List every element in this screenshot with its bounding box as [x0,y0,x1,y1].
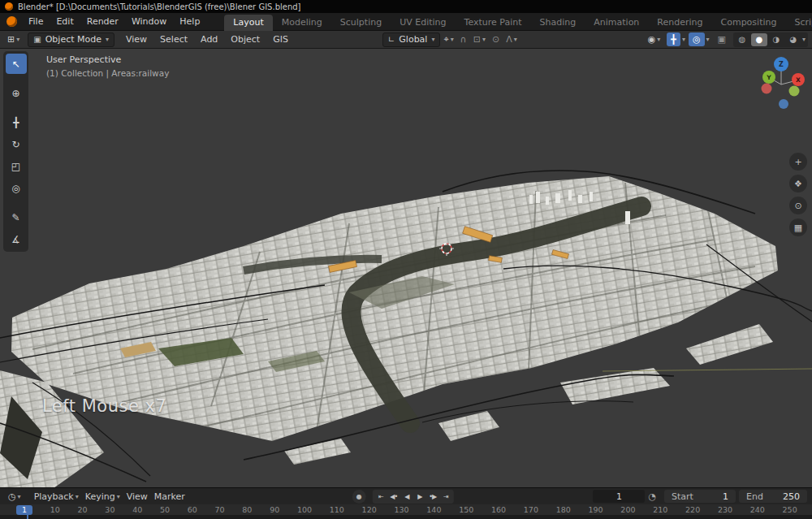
shading-solid-button[interactable]: ● [751,33,767,46]
timeline-marker-menu[interactable]: Marker [151,490,188,504]
prev-keyframe-button[interactable]: ◀• [387,491,400,503]
rotate-tool[interactable]: ↻ [6,134,27,154]
shading-material-button[interactable]: ◑ [768,33,784,46]
keying-menu[interactable]: Keying ▾ [82,490,123,504]
frame-tick[interactable]: 170 [524,505,538,515]
frame-tick[interactable]: 240 [750,505,765,515]
viewport-menu-item[interactable]: Object [224,32,266,46]
shading-rendered-button[interactable]: ◕ [785,33,801,46]
orientation-selector[interactable]: ∟ Global ▾ [382,32,441,47]
auto-keying-toggle[interactable]: ● [352,490,366,504]
play-reverse-button[interactable]: ◀ [400,491,413,503]
tab-shading[interactable]: Shading [531,15,585,31]
frame-tick[interactable]: 20 [78,505,88,515]
proportional-editing-toggle[interactable]: ⊙ [489,32,503,46]
frame-tick[interactable]: 200 [620,505,635,515]
tab-compositing[interactable]: Compositing [712,15,786,31]
frame-tick[interactable]: 210 [653,505,667,515]
viewport-3d[interactable]: User Perspective (1) Collection | Areas:… [0,49,812,487]
frame-tick[interactable]: 10 [50,505,60,515]
gizmo-x-neg-axis[interactable] [762,84,772,94]
frame-tick[interactable]: 140 [426,505,441,515]
menu-item[interactable]: File [22,15,50,28]
viewport-menu-item[interactable]: Select [153,32,194,46]
overlays-dropdown[interactable]: ▾ [706,36,710,43]
tab-uv-editing[interactable]: UV Editing [391,15,455,31]
tab-scripting[interactable]: Scripting [785,15,812,31]
pivot-point-button[interactable]: ⌖ ▾ [440,32,456,46]
mode-selector[interactable]: ▣ Object Mode ▾ [28,32,114,47]
frame-tick[interactable]: 50 [160,505,170,515]
gizmos-dropdown[interactable]: ▾ [682,36,685,43]
xray-toggle[interactable]: ▣ [715,32,729,46]
frame-tick[interactable]: 190 [589,505,603,515]
camera-view-button[interactable]: ⊙ [789,197,807,214]
cursor-tool[interactable]: ⊕ [6,83,27,103]
shading-dropdown[interactable]: ▾ [802,36,806,43]
show-object-types-button[interactable]: ◉ ▾ [645,32,664,46]
gizmos-toggle[interactable]: ╋ [667,32,680,46]
next-keyframe-button[interactable]: •▶ [426,491,439,503]
frame-tick[interactable]: 60 [188,505,197,515]
frame-tick[interactable]: 70 [215,505,225,515]
tab-texture-paint[interactable]: Texture Paint [456,15,531,31]
ortho-toggle-button[interactable]: ▦ [789,218,807,236]
play-button[interactable]: ▶ [413,491,426,503]
editor-type-button[interactable]: ⊞ ▾ [4,32,23,46]
blender-menu-icon[interactable] [6,16,17,27]
frame-tick[interactable]: 120 [362,505,377,515]
frame-tick[interactable]: 220 [685,505,700,515]
playback-menu[interactable]: Playback ▾ [31,490,82,504]
tab-modeling[interactable]: Modeling [273,15,331,31]
transform-tool[interactable]: ◎ [6,178,27,198]
frame-tick[interactable]: 30 [105,505,114,515]
jump-to-end-button[interactable]: ⇥ [439,491,452,503]
frame-tick[interactable]: 80 [242,505,252,515]
falloff-button[interactable]: Λ ▾ [503,32,520,46]
overlays-toggle[interactable]: ◎ [689,32,705,46]
tab-rendering[interactable]: Rendering [648,15,711,31]
annotate-tool[interactable]: ✎ [6,207,27,227]
viewport-menu-item[interactable]: View [119,32,153,46]
move-tool[interactable]: ╋ [6,112,27,132]
viewport-menu-item[interactable]: Add [194,32,224,46]
frame-tick[interactable]: 150 [459,505,473,515]
jump-to-start-button[interactable]: ⇤ [374,491,387,503]
timeline-view-menu[interactable]: View [123,490,151,504]
menu-item[interactable]: Render [80,15,125,28]
gizmo-z-neg-axis[interactable] [779,99,788,109]
pan-button[interactable]: ❖ [789,175,807,192]
frame-tick[interactable]: 180 [556,505,571,515]
gizmo-y-neg-axis[interactable] [789,86,800,97]
tab-animation[interactable]: Animation [585,15,648,31]
measure-tool[interactable]: ∡ [6,229,27,249]
frame-tick[interactable]: 130 [394,505,408,515]
menu-item[interactable]: Window [125,15,173,28]
navigation-gizmo[interactable]: Z Y X [754,54,807,112]
snap-magnet-toggle[interactable]: ∩ [457,32,470,46]
tab-sculpting[interactable]: Sculpting [331,15,391,31]
frame-tick[interactable]: 250 [783,505,797,515]
frame-tick[interactable]: 160 [491,505,506,515]
menu-item[interactable]: Help [173,15,206,28]
timeline-track-strip[interactable] [0,515,812,519]
frame-tick[interactable]: 40 [132,505,142,515]
menu-item[interactable]: Edit [50,15,80,28]
zoom-button[interactable]: + [789,153,807,171]
start-frame-field[interactable]: Start 1 [664,490,736,503]
frame-tick[interactable]: 110 [330,505,344,515]
tab-layout[interactable]: Layout [224,15,272,31]
timeline-editor-type-button[interactable]: ◷ ▾ [5,490,24,504]
scale-tool[interactable]: ◰ [6,156,27,176]
end-frame-field[interactable]: End 250 [739,490,807,503]
playhead[interactable] [27,515,28,519]
frame-tick[interactable]: 230 [718,505,732,515]
viewport-menu-item[interactable]: GIS [266,32,295,46]
frame-tick[interactable]: 100 [297,505,312,515]
frame-tick[interactable]: 1 [16,505,32,515]
shading-wireframe-button[interactable]: ◍ [734,33,750,46]
frame-tick[interactable]: 90 [270,505,279,515]
snap-target-button[interactable]: ⊡ ▾ [470,32,489,46]
tweak-select-tool[interactable]: ↖ [6,54,27,74]
current-frame-field[interactable]: 1 [593,490,645,503]
